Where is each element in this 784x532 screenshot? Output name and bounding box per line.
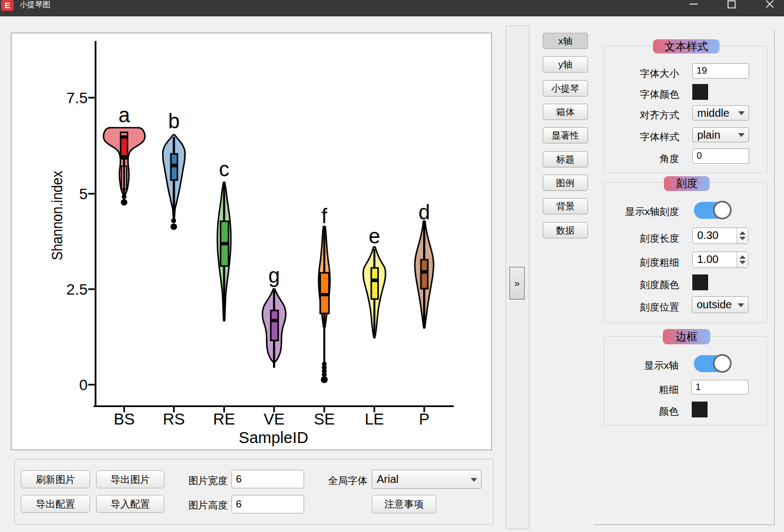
svg-text:f: f [322,205,328,228]
svg-text:VE: VE [264,410,285,428]
svg-text:2.5: 2.5 [67,281,88,298]
svg-text:SampleID: SampleID [239,429,308,446]
svg-text:0: 0 [79,376,88,393]
svg-text:7.5: 7.5 [67,89,88,106]
svg-text:LE: LE [365,410,384,428]
svg-text:P: P [419,410,429,428]
svg-text:g: g [268,264,280,287]
svg-text:RS: RS [163,410,185,428]
svg-text:RE: RE [213,410,235,428]
svg-text:b: b [168,110,180,133]
svg-text:Shannon.index: Shannon.index [49,171,66,260]
svg-text:e: e [369,225,380,248]
svg-text:c: c [219,158,229,181]
svg-text:d: d [418,201,430,224]
svg-text:a: a [118,104,130,127]
svg-text:BS: BS [114,410,135,428]
svg-text:SE: SE [314,410,335,428]
svg-text:5: 5 [79,186,88,202]
